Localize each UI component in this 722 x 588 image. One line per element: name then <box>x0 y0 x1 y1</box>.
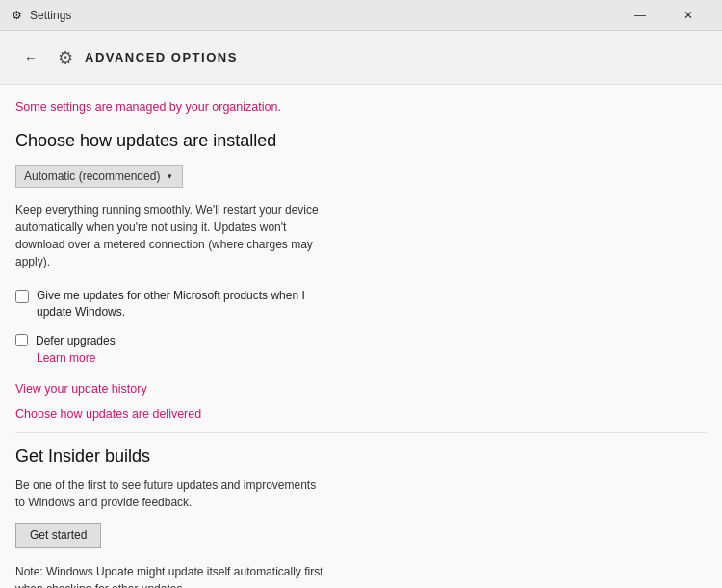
checkbox-other-products-row: Give me updates for other Microsoft prod… <box>15 288 707 320</box>
title-bar-title: Settings <box>30 9 71 22</box>
choose-delivery-link[interactable]: Choose how updates are delivered <box>15 407 707 421</box>
gear-icon: ⚙ <box>58 47 73 68</box>
title-bar-controls: — ✕ <box>618 0 710 31</box>
app-header: ← ⚙ ADVANCED OPTIONS <box>0 31 722 85</box>
update-description: Keep everything running smoothly. We'll … <box>15 201 323 270</box>
dropdown-value: Automatic (recommended) <box>24 169 160 183</box>
defer-label: Defer upgrades <box>36 334 116 347</box>
get-started-button[interactable]: Get started <box>15 523 101 548</box>
insider-title: Get Insider builds <box>15 447 707 467</box>
chevron-down-icon: ▾ <box>168 171 172 181</box>
back-button[interactable]: ← <box>15 42 46 73</box>
checkbox-other-products[interactable] <box>15 290 29 303</box>
title-bar: ⚙ Settings — ✕ <box>0 0 722 31</box>
org-warning: Some settings are managed by your organi… <box>15 100 707 114</box>
update-mode-dropdown[interactable]: Automatic (recommended) ▾ <box>15 165 183 188</box>
checkbox-other-products-label: Give me updates for other Microsoft prod… <box>37 288 325 320</box>
checkbox-defer-upgrades[interactable] <box>15 334 28 346</box>
note-text: Note: Windows Update might update itself… <box>15 563 323 588</box>
title-bar-icon: ⚙ <box>12 9 22 22</box>
close-button[interactable]: ✕ <box>666 0 710 31</box>
divider <box>15 432 707 433</box>
defer-top: Defer upgrades <box>15 334 707 347</box>
main-content: Some settings are managed by your organi… <box>0 85 722 588</box>
insider-desc: Be one of the first to see future update… <box>15 476 323 511</box>
defer-section: Defer upgrades Learn more <box>15 334 707 365</box>
section-title: Choose how updates are installed <box>15 131 707 151</box>
minimize-button[interactable]: — <box>618 0 662 31</box>
learn-more-link[interactable]: Learn more <box>37 351 707 365</box>
page-title: ADVANCED OPTIONS <box>85 50 238 64</box>
title-bar-left: ⚙ Settings <box>12 9 71 22</box>
view-update-history-link[interactable]: View your update history <box>15 382 707 396</box>
